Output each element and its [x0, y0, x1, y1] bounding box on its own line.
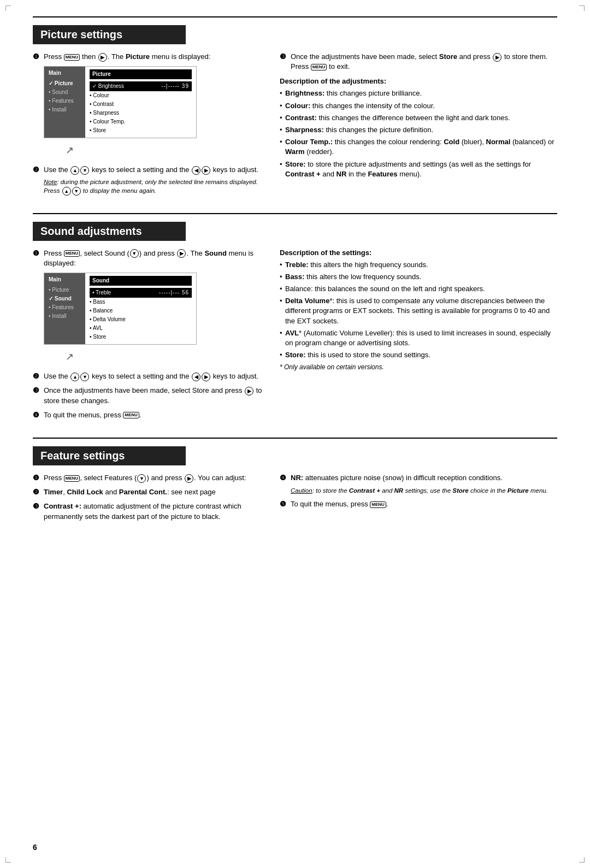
arrow-icon: ↗: [66, 144, 74, 157]
sound-adjustments-content: ❶ Press MENU, select Sound (▼) and press…: [33, 249, 557, 424]
up-note-icon: ▲: [62, 187, 71, 196]
sound-menu-install: • Install: [49, 312, 81, 321]
picture-settings-title: Picture settings: [33, 25, 186, 44]
sound-menu-bass: • Bass: [90, 298, 192, 306]
brightness-value: --|----- 39: [161, 82, 189, 90]
menu-item-install: • Install: [49, 105, 81, 114]
feature-step-1-content: Press MENU, select Features (▼) and pres…: [44, 473, 269, 483]
feature-settings-section: Feature settings ❶ Press MENU, select Fe…: [33, 438, 557, 526]
menu-sharpness: • Sharpness: [90, 109, 192, 117]
step-1-content: Press MENU then ▶. The Picture menu is d…: [44, 52, 269, 161]
feature-quit-icon: MENU: [370, 501, 386, 508]
picture-step-1: ❶ Press MENU then ▶. The Picture menu is…: [33, 52, 269, 161]
sound-step-3: ❸ Once the adjustments have been made, s…: [33, 386, 269, 405]
menu-colour-temp: • Colour Temp.: [90, 117, 192, 126]
feature-step-3-content: Contrast +: automatic adjustment of the …: [44, 501, 269, 521]
menu-item-features: • Features: [49, 97, 81, 105]
sound-left2-icon: ◀: [192, 373, 200, 381]
picture-step-3: ❸ Once the adjustments have been made, s…: [280, 52, 557, 72]
step-2-num: ❷: [33, 165, 42, 175]
menu-contrast: • Contrast: [90, 100, 192, 109]
right-icon2: ▶: [202, 166, 210, 175]
picture-note: Note: during the picture adjustment, onl…: [44, 178, 269, 196]
sound-step-3-num: ❸: [33, 386, 42, 395]
sound-down2-icon: ▼: [80, 373, 89, 381]
feature-settings-title: Feature settings: [33, 446, 186, 465]
corner-tl: [5, 5, 11, 11]
corner-tr: [579, 5, 585, 11]
sound-menu-left: Main • Picture ✓ Sound • Features • Inst…: [44, 273, 85, 344]
menu-brightness: ✓ Brightness --|----- 39: [90, 81, 192, 91]
feature-settings-content: ❶ Press MENU, select Features (▼) and pr…: [33, 473, 557, 526]
sound-right: Description of the settings: Treble: thi…: [280, 249, 557, 424]
sound-step-1-num: ❶: [33, 249, 42, 258]
menu-left-title: Main: [49, 69, 81, 77]
feature-step-5-num: ❺: [280, 499, 288, 509]
sound-right-icon: ▶: [177, 249, 186, 258]
desc-treble: Treble: this alters the high frequency s…: [280, 260, 557, 270]
up-icon: ▲: [70, 166, 79, 175]
step-2-content: Use the ▲▼ keys to select a setting and …: [44, 165, 269, 195]
treble-label: • Treble: [92, 289, 111, 297]
sound-right2-icon: ▶: [202, 373, 210, 381]
sound-step-1-content: Press MENU, select Sound (▼) and press ▶…: [44, 249, 269, 368]
desc-delta-volume: Delta Volume*: this is used to compensat…: [280, 296, 557, 326]
sound-step-4: ❹ To quit the menus, press MENU.: [33, 410, 269, 420]
feature-step-3-num: ❸: [33, 501, 42, 511]
sound-footnote: * Only available on certain versions.: [280, 363, 557, 371]
menu-button-icon: MENU: [64, 54, 80, 61]
sound-menu-icon: MENU: [64, 250, 80, 257]
right-store-icon: ▶: [493, 53, 502, 62]
down-note-icon: ▼: [72, 187, 81, 196]
desc-store-sound: Store: this is used to store the sound s…: [280, 350, 557, 360]
sound-menu-avl: • AVL: [90, 324, 192, 333]
step-3-num: ❸: [280, 52, 288, 62]
picture-settings-right: ❸ Once the adjustments have been made, s…: [280, 52, 557, 200]
brightness-label: ✓ Brightness: [92, 82, 124, 90]
sound-desc-title: Description of the settings:: [280, 249, 557, 257]
menu-item-sound: • Sound: [49, 88, 81, 97]
sound-arrow-icon: ↗: [66, 350, 74, 364]
treble-value: -----|--- 56: [159, 289, 189, 297]
feature-step-4: ❹ NR: attenuates picture noise (snow) in…: [280, 473, 557, 495]
menu-exit-icon: MENU: [311, 64, 327, 70]
picture-menu-box: Main ✓ Picture • Sound • Features • Inst…: [44, 66, 197, 138]
desc-brightness: Brightness: this changes picture brillia…: [280, 88, 557, 98]
desc-contrast: Contrast: this changes the difference be…: [280, 113, 557, 123]
feature-right-icon: ▶: [185, 474, 193, 483]
feature-caution: Caution: to store the Contrast + and NR …: [291, 486, 557, 495]
picture-step-2: ❷ Use the ▲▼ keys to select a setting an…: [33, 165, 269, 195]
feature-step-4-num: ❹: [280, 473, 288, 483]
sound-adjustments-title: Sound adjustments: [33, 222, 186, 241]
desc-bass: Bass: this alters the low frequency soun…: [280, 272, 557, 282]
feature-step-5-content: To quit the menus, press MENU.: [291, 499, 557, 509]
feature-step-4-content: NR: attenuates picture noise (snow) in d…: [291, 473, 557, 495]
corner-br: [579, 857, 585, 863]
feature-step-2-num: ❷: [33, 487, 42, 497]
sound-menu-picture: • Picture: [49, 286, 81, 294]
sound-menu-delta: • Delta Volume: [90, 315, 192, 324]
sound-arrow-container: ↗: [44, 350, 269, 364]
sound-menu-store: • Store: [90, 333, 192, 341]
page-number: 6: [33, 843, 37, 852]
desc-avl: AVL* (Automatic Volume Leveller): this i…: [280, 328, 557, 348]
desc-balance: Balance: this balances the sound on the …: [280, 284, 557, 294]
sound-up2-icon: ▲: [70, 373, 79, 381]
feature-left: ❶ Press MENU, select Features (▼) and pr…: [33, 473, 269, 526]
feature-step-1-num: ❶: [33, 473, 42, 483]
sound-menu-right: Sound • Treble -----|--- 56 • Bass • Bal…: [85, 273, 196, 344]
menu-colour: • Colour: [90, 91, 192, 100]
feature-down-icon: ▼: [137, 474, 146, 483]
down-icon: ▼: [80, 166, 89, 175]
sound-step-1: ❶ Press MENU, select Sound (▼) and press…: [33, 249, 269, 368]
menu-right-panel: Picture ✓ Brightness --|----- 39 • Colou…: [85, 67, 196, 138]
picture-settings-left: ❶ Press MENU then ▶. The Picture menu is…: [33, 52, 269, 200]
menu-left-panel: Main ✓ Picture • Sound • Features • Inst…: [44, 67, 85, 138]
sound-left: ❶ Press MENU, select Sound (▼) and press…: [33, 249, 269, 424]
feature-menu-icon: MENU: [64, 475, 80, 482]
desc-store: Store: to store the picture adjustments …: [280, 160, 557, 179]
feature-step-2: ❷ Timer, Child Lock and Parental Cont.: …: [33, 487, 269, 497]
sound-step-2-num: ❷: [33, 371, 42, 381]
sound-down-icon: ▼: [130, 249, 139, 258]
step-3-content: Once the adjustments have been made, sel…: [291, 52, 557, 72]
